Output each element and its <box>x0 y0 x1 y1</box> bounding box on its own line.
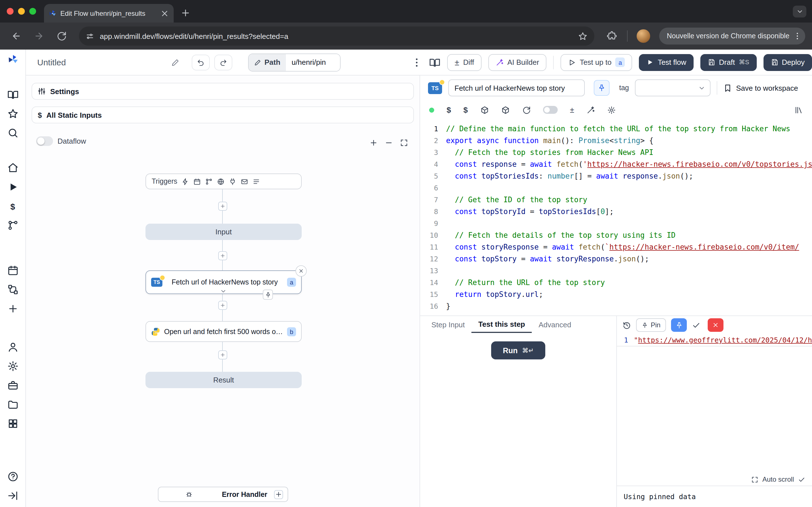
diff-button[interactable]: ± Diff <box>447 54 481 71</box>
url-bar[interactable]: app.windmill.dev/flows/edit/u/henri/pin_… <box>79 26 594 46</box>
error-handler-node[interactable]: Error Handler <box>158 487 288 502</box>
docs-icon[interactable] <box>429 57 441 68</box>
maximize-window-button[interactable] <box>29 8 36 15</box>
editor-toggle[interactable] <box>543 106 557 114</box>
tab-close-icon[interactable] <box>160 9 169 18</box>
add-step-button[interactable] <box>218 350 227 359</box>
pin-button[interactable]: Pin <box>636 318 666 332</box>
pin-toggle-button[interactable] <box>594 80 610 96</box>
ai-builder-button[interactable]: AI Builder <box>488 54 546 71</box>
add-error-handler-button[interactable] <box>274 490 283 499</box>
test-up-to-badge[interactable]: a <box>615 57 625 67</box>
browser-tab[interactable]: Edit Flow u/henri/pin_results <box>44 4 174 22</box>
close-window-button[interactable] <box>7 8 13 15</box>
resources-icon[interactable]: $ <box>463 105 468 114</box>
tab-advanced[interactable]: Advanced <box>532 316 578 333</box>
step-pin-chip[interactable] <box>263 290 273 300</box>
delete-step-button[interactable] <box>296 265 307 277</box>
tab-step-input[interactable]: Step Input <box>424 316 472 333</box>
flow-title[interactable]: Untitled <box>37 57 66 67</box>
add-step-button[interactable] <box>218 301 227 310</box>
plug-icon[interactable] <box>229 178 237 185</box>
star-icon[interactable] <box>7 108 18 119</box>
zoom-out-button[interactable] <box>385 138 393 147</box>
windmill-logo[interactable] <box>7 54 18 65</box>
plus-icon[interactable] <box>7 303 18 314</box>
route-icon[interactable] <box>7 220 18 231</box>
play-icon[interactable] <box>7 181 18 193</box>
path-input[interactable] <box>286 54 340 71</box>
gear-icon[interactable] <box>7 360 18 372</box>
editor-settings-icon[interactable] <box>608 106 616 114</box>
dataflow-toggle[interactable] <box>36 136 53 146</box>
chrome-update-button[interactable]: Nouvelle version de Chrome disponible <box>659 27 805 45</box>
tab-list-button[interactable] <box>793 6 806 17</box>
site-info-icon[interactable] <box>86 32 94 40</box>
forward-button[interactable] <box>34 31 44 41</box>
flow-icon[interactable] <box>7 284 18 295</box>
test-flow-button[interactable]: Test flow <box>639 54 694 71</box>
input-node[interactable]: Input <box>146 224 302 240</box>
add-step-button[interactable] <box>218 251 227 260</box>
back-button[interactable] <box>11 31 21 41</box>
pinned-data-editor[interactable]: 1"https://www.geoffreylitt.com/2025/04/1… <box>617 334 812 473</box>
expand-icon[interactable] <box>751 476 758 483</box>
diff-icon[interactable]: ± <box>570 105 574 114</box>
calendar-icon[interactable] <box>194 178 201 185</box>
queue-icon[interactable] <box>253 178 260 185</box>
extensions-icon[interactable] <box>606 31 617 41</box>
confirm-icon[interactable] <box>692 321 701 329</box>
save-to-workspace-button[interactable]: Save to workspace <box>724 83 798 92</box>
redo-button[interactable] <box>214 54 232 70</box>
pin-active-button[interactable] <box>671 318 687 332</box>
code-editor[interactable]: 1// Define the main function to fetch th… <box>420 119 812 316</box>
home-icon[interactable] <box>7 162 18 173</box>
folder-icon[interactable] <box>7 399 18 410</box>
settings-row[interactable]: Settings <box>32 83 414 100</box>
step-node-a[interactable]: TS Fetch url of HackerNews top story a <box>146 270 302 294</box>
more-options-icon[interactable] <box>411 57 422 68</box>
calendar-icon[interactable] <box>7 265 18 276</box>
auto-scroll-checkbox[interactable] <box>798 476 805 483</box>
search-icon[interactable] <box>7 127 18 138</box>
zoom-in-button[interactable] <box>369 138 378 147</box>
chevron-down-icon[interactable] <box>220 288 227 295</box>
bookmark-star-icon[interactable] <box>578 31 587 41</box>
deploy-button[interactable]: Deploy <box>763 54 812 71</box>
undo-button[interactable] <box>192 54 210 70</box>
test-up-to-button[interactable]: Test up to a <box>560 54 632 71</box>
reset-icon[interactable] <box>522 106 530 114</box>
user-icon[interactable] <box>7 341 18 353</box>
fit-view-button[interactable] <box>400 138 408 147</box>
static-inputs-row[interactable]: $ All Static Inputs <box>32 107 414 123</box>
logout-icon[interactable] <box>7 490 18 501</box>
package-icon[interactable] <box>501 106 509 114</box>
step-name-input[interactable] <box>448 79 585 96</box>
path-button[interactable]: Path <box>249 54 286 71</box>
unpin-button[interactable] <box>708 318 724 332</box>
package-icon[interactable] <box>480 106 489 114</box>
grid-icon[interactable] <box>7 418 18 429</box>
run-button[interactable]: Run ⌘↵ <box>491 341 545 359</box>
minimize-window-button[interactable] <box>18 8 25 15</box>
triggers-node[interactable]: Triggers <box>146 173 302 189</box>
globe-icon[interactable] <box>217 178 225 185</box>
mail-icon[interactable] <box>241 178 248 185</box>
tab-test-this-step[interactable]: Test this step <box>472 316 532 333</box>
edit-title-icon[interactable] <box>171 58 179 66</box>
step-node-b[interactable]: Open url and fetch first 500 words of ..… <box>146 321 302 342</box>
result-node[interactable]: Result <box>146 372 302 388</box>
ai-assist-icon[interactable] <box>587 106 595 114</box>
library-icon[interactable] <box>795 106 803 114</box>
profile-avatar[interactable] <box>637 29 650 43</box>
add-step-button[interactable] <box>218 202 227 211</box>
history-icon[interactable] <box>622 321 631 329</box>
reload-button[interactable] <box>56 31 66 41</box>
toolbox-icon[interactable] <box>7 380 18 391</box>
draft-button[interactable]: Draft ⌘S <box>700 54 756 71</box>
dollar-icon[interactable]: $ <box>7 201 18 212</box>
new-tab-button[interactable] <box>181 8 191 18</box>
chrome-menu-icon[interactable] <box>793 32 802 41</box>
route-icon[interactable] <box>206 178 213 185</box>
tag-select[interactable] <box>635 79 711 96</box>
